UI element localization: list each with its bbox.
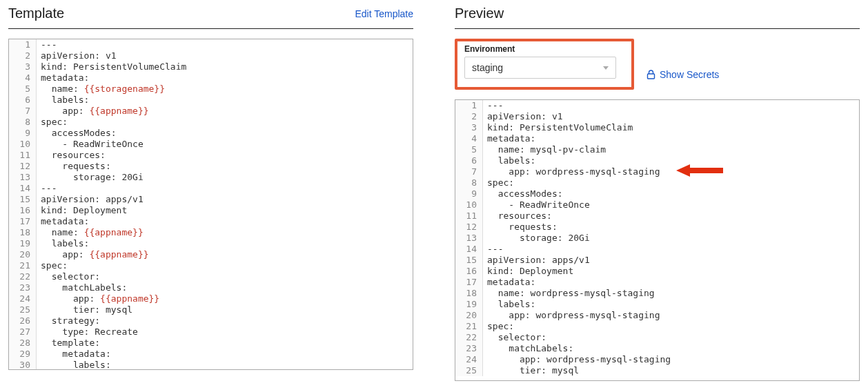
line-content: metadata: (483, 277, 535, 288)
line-content: storage: 20Gi (483, 233, 590, 244)
code-line: 22 selector: (9, 271, 413, 282)
line-content: apiVersion: apps/v1 (483, 255, 590, 266)
code-line: 4metadata: (9, 72, 413, 84)
code-line: 21spec: (9, 260, 413, 271)
line-number: 12 (455, 222, 483, 233)
code-line: 18 name: {{appname}} (9, 227, 413, 238)
line-content: name: {{appname}} (37, 227, 144, 238)
code-line: 27 type: Recreate (9, 326, 413, 338)
line-content: - ReadWriteOnce (483, 199, 590, 211)
environment-select[interactable]: staging (464, 57, 616, 79)
code-line: 1--- (455, 100, 859, 111)
line-number: 26 (9, 315, 37, 326)
template-panel: Template Edit Template 1---2apiVersion: … (8, 6, 413, 381)
show-secrets-link[interactable]: Show Secrets (647, 69, 719, 80)
lock-icon (647, 70, 655, 79)
line-content: app: wordpress-mysql-staging (483, 166, 660, 177)
code-line: 28 template: (9, 338, 413, 349)
code-line: 3kind: PersistentVolumeClaim (455, 122, 859, 133)
line-number: 27 (9, 326, 37, 338)
code-line: 2apiVersion: v1 (9, 50, 413, 61)
line-content: spec: (37, 117, 68, 128)
template-code-editor[interactable]: 1---2apiVersion: v13kind: PersistentVolu… (9, 39, 413, 369)
line-number: 4 (9, 72, 37, 84)
line-content: apiVersion: v1 (483, 111, 563, 122)
line-content: kind: PersistentVolumeClaim (483, 122, 633, 133)
code-line: 12 requests: (9, 161, 413, 172)
line-content: labels: (37, 360, 111, 369)
code-line: 13 storage: 20Gi (455, 233, 859, 244)
line-content: spec: (483, 321, 514, 332)
line-number: 22 (9, 271, 37, 282)
code-line: 5 name: mysql-pv-claim (455, 144, 859, 155)
line-content: metadata: (37, 216, 89, 227)
line-content: tier: mysql (483, 365, 579, 376)
line-content: requests: (37, 161, 111, 172)
line-number: 20 (9, 249, 37, 260)
preview-code-viewer[interactable]: 1---2apiVersion: v13kind: PersistentVolu… (455, 100, 859, 380)
line-content: name: wordpress-mysql-staging (483, 288, 655, 299)
code-line: 23 matchLabels: (455, 343, 859, 354)
line-content: selector: (37, 271, 100, 282)
code-line: 16kind: Deployment (9, 205, 413, 216)
line-content: template: (37, 338, 100, 349)
code-line: 16kind: Deployment (455, 266, 859, 277)
code-line: 21spec: (455, 321, 859, 332)
line-content: resources: (37, 150, 106, 161)
line-content: tier: mysql (37, 304, 132, 315)
preview-controls: Environment staging Show Secrets (455, 39, 860, 90)
code-line: 19 labels: (9, 238, 413, 249)
code-line: 24 app: {{appname}} (9, 293, 413, 304)
line-number: 21 (455, 321, 483, 332)
line-content: spec: (37, 260, 68, 271)
code-line: 9 accessModes: (455, 188, 859, 199)
line-content: - ReadWriteOnce (37, 139, 144, 150)
code-line: 17metadata: (455, 277, 859, 288)
code-line: 3kind: PersistentVolumeClaim (9, 61, 413, 72)
line-number: 23 (9, 282, 37, 293)
line-number: 1 (455, 100, 483, 111)
line-number: 17 (455, 277, 483, 288)
template-title: Template (8, 6, 64, 21)
code-line: 25 tier: mysql (9, 304, 413, 315)
line-number: 11 (455, 211, 483, 222)
line-number: 19 (455, 299, 483, 310)
line-content: accessModes: (37, 128, 117, 139)
line-number: 2 (9, 50, 37, 61)
line-content: resources: (483, 211, 552, 222)
edit-template-link[interactable]: Edit Template (355, 8, 413, 19)
line-content: apiVersion: apps/v1 (37, 194, 144, 205)
line-content: strategy: (37, 315, 100, 326)
line-content: name: mysql-pv-claim (483, 144, 606, 155)
line-content: kind: Deployment (483, 266, 573, 277)
code-line: 2apiVersion: v1 (455, 111, 859, 122)
line-content: storage: 20Gi (37, 172, 144, 183)
line-content: selector: (483, 332, 546, 343)
line-content: accessModes: (483, 188, 563, 199)
code-line: 12 requests: (455, 222, 859, 233)
preview-panel: Preview Environment staging Show Secrets (455, 6, 860, 381)
line-number: 12 (9, 161, 37, 172)
code-line: 7 app: {{appname}} (9, 106, 413, 117)
line-number: 16 (455, 266, 483, 277)
code-line: 29 metadata: (9, 349, 413, 360)
line-number: 28 (9, 338, 37, 349)
preview-code-box: 1---2apiVersion: v13kind: PersistentVolu… (455, 99, 860, 381)
code-line: 23 matchLabels: (9, 282, 413, 293)
line-number: 9 (455, 188, 483, 199)
line-content: name: {{storagename}} (37, 84, 165, 95)
code-line: 17metadata: (9, 216, 413, 227)
line-number: 7 (9, 106, 37, 117)
line-number: 30 (9, 360, 37, 369)
line-number: 24 (455, 354, 483, 365)
preview-header: Preview (455, 6, 860, 29)
line-number: 2 (455, 111, 483, 122)
line-content: spec: (483, 177, 514, 188)
code-line: 25 tier: mysql (455, 365, 859, 376)
code-line: 8spec: (9, 117, 413, 128)
line-number: 3 (455, 122, 483, 133)
code-line: 30 labels: (9, 360, 413, 369)
preview-title: Preview (455, 6, 504, 21)
line-number: 25 (9, 304, 37, 315)
line-content: matchLabels: (37, 282, 127, 293)
